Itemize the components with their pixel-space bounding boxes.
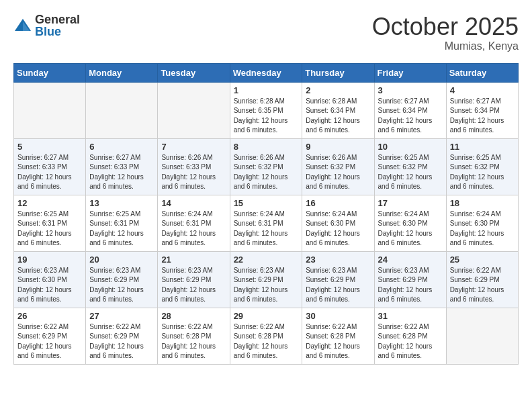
calendar-cell: 13Sunrise: 6:25 AMSunset: 6:31 PMDayligh…: [86, 195, 158, 251]
day-info: Sunrise: 6:24 AMSunset: 6:30 PMDaylight:…: [306, 210, 370, 248]
day-info: Sunrise: 6:26 AMSunset: 6:32 PMDaylight:…: [234, 153, 299, 192]
calendar-cell: 20Sunrise: 6:23 AMSunset: 6:29 PMDayligh…: [86, 251, 158, 308]
day-number: 22: [234, 255, 299, 265]
calendar-cell: 19Sunrise: 6:23 AMSunset: 6:30 PMDayligh…: [14, 251, 86, 308]
calendar-cell: 30Sunrise: 6:22 AMSunset: 6:28 PMDayligh…: [302, 308, 374, 364]
calendar-cell: 25Sunrise: 6:22 AMSunset: 6:29 PMDayligh…: [446, 251, 518, 308]
calendar-cell: 31Sunrise: 6:22 AMSunset: 6:28 PMDayligh…: [374, 308, 446, 364]
day-info: Sunrise: 6:23 AMSunset: 6:29 PMDaylight:…: [378, 266, 443, 305]
day-number: 5: [17, 142, 82, 152]
day-info: Sunrise: 6:23 AMSunset: 6:29 PMDaylight:…: [306, 266, 370, 305]
day-number: 9: [306, 142, 370, 152]
calendar-cell: [14, 82, 86, 138]
day-number: 13: [89, 198, 154, 208]
day-info: Sunrise: 6:23 AMSunset: 6:30 PMDaylight:…: [17, 266, 82, 305]
day-number: 26: [17, 311, 82, 321]
logo: General Blue: [13, 13, 80, 38]
col-header-sunday: Sunday: [14, 63, 86, 82]
calendar-cell: [446, 308, 518, 364]
col-header-monday: Monday: [86, 63, 158, 82]
col-header-thursday: Thursday: [302, 63, 374, 82]
calendar-cell: 1Sunrise: 6:28 AMSunset: 6:35 PMDaylight…: [230, 82, 302, 138]
day-info: Sunrise: 6:23 AMSunset: 6:29 PMDaylight:…: [89, 266, 154, 305]
day-number: 23: [306, 255, 370, 265]
day-number: 1: [234, 85, 299, 95]
col-header-saturday: Saturday: [446, 63, 518, 82]
calendar-cell: 12Sunrise: 6:25 AMSunset: 6:31 PMDayligh…: [14, 195, 86, 251]
day-number: 7: [161, 142, 226, 152]
calendar-cell: 11Sunrise: 6:25 AMSunset: 6:32 PMDayligh…: [446, 138, 518, 195]
calendar-cell: 8Sunrise: 6:26 AMSunset: 6:32 PMDaylight…: [230, 138, 302, 195]
day-number: 25: [450, 255, 515, 265]
day-info: Sunrise: 6:26 AMSunset: 6:32 PMDaylight:…: [306, 153, 370, 192]
calendar-cell: 29Sunrise: 6:22 AMSunset: 6:28 PMDayligh…: [230, 308, 302, 364]
day-info: Sunrise: 6:22 AMSunset: 6:28 PMDaylight:…: [161, 322, 226, 361]
col-header-wednesday: Wednesday: [230, 63, 302, 82]
day-info: Sunrise: 6:22 AMSunset: 6:28 PMDaylight:…: [378, 322, 443, 361]
day-info: Sunrise: 6:25 AMSunset: 6:32 PMDaylight:…: [450, 153, 515, 192]
calendar-cell: 21Sunrise: 6:23 AMSunset: 6:29 PMDayligh…: [158, 251, 230, 308]
day-info: Sunrise: 6:27 AMSunset: 6:34 PMDaylight:…: [450, 97, 515, 136]
day-info: Sunrise: 6:22 AMSunset: 6:28 PMDaylight:…: [234, 322, 299, 361]
calendar-cell: 23Sunrise: 6:23 AMSunset: 6:29 PMDayligh…: [302, 251, 374, 308]
calendar-cell: 16Sunrise: 6:24 AMSunset: 6:30 PMDayligh…: [302, 195, 374, 251]
calendar-cell: 5Sunrise: 6:27 AMSunset: 6:33 PMDaylight…: [14, 138, 86, 195]
day-number: 30: [306, 311, 370, 321]
day-info: Sunrise: 6:22 AMSunset: 6:29 PMDaylight:…: [89, 322, 154, 361]
day-number: 19: [17, 255, 82, 265]
day-number: 4: [450, 85, 515, 95]
calendar-cell: 7Sunrise: 6:26 AMSunset: 6:33 PMDaylight…: [158, 138, 230, 195]
calendar-cell: 15Sunrise: 6:24 AMSunset: 6:31 PMDayligh…: [230, 195, 302, 251]
day-number: 6: [89, 142, 154, 152]
logo-text: General Blue: [35, 13, 80, 38]
day-number: 21: [161, 255, 226, 265]
day-number: 29: [234, 311, 299, 321]
calendar-cell: 22Sunrise: 6:23 AMSunset: 6:29 PMDayligh…: [230, 251, 302, 308]
day-info: Sunrise: 6:23 AMSunset: 6:29 PMDaylight:…: [161, 266, 226, 305]
day-number: 28: [161, 311, 226, 321]
calendar-cell: 17Sunrise: 6:24 AMSunset: 6:30 PMDayligh…: [374, 195, 446, 251]
day-info: Sunrise: 6:22 AMSunset: 6:28 PMDaylight:…: [306, 322, 370, 361]
day-number: 12: [17, 198, 82, 208]
col-header-tuesday: Tuesday: [158, 63, 230, 82]
day-info: Sunrise: 6:27 AMSunset: 6:33 PMDaylight:…: [89, 153, 154, 192]
day-number: 20: [89, 255, 154, 265]
day-info: Sunrise: 6:25 AMSunset: 6:31 PMDaylight:…: [89, 210, 154, 248]
calendar-cell: 9Sunrise: 6:26 AMSunset: 6:32 PMDaylight…: [302, 138, 374, 195]
day-info: Sunrise: 6:28 AMSunset: 6:35 PMDaylight:…: [234, 97, 299, 136]
day-number: 17: [378, 198, 443, 208]
day-number: 27: [89, 311, 154, 321]
calendar-cell: 24Sunrise: 6:23 AMSunset: 6:29 PMDayligh…: [374, 251, 446, 308]
day-info: Sunrise: 6:24 AMSunset: 6:30 PMDaylight:…: [378, 210, 443, 248]
calendar-cell: 28Sunrise: 6:22 AMSunset: 6:28 PMDayligh…: [158, 308, 230, 364]
calendar-cell: 3Sunrise: 6:27 AMSunset: 6:34 PMDaylight…: [374, 82, 446, 138]
title-block: October 2025 Mumias, Kenya: [372, 13, 519, 52]
day-info: Sunrise: 6:22 AMSunset: 6:29 PMDaylight:…: [17, 322, 82, 361]
logo-icon: [13, 16, 32, 35]
calendar-cell: [158, 82, 230, 138]
day-info: Sunrise: 6:24 AMSunset: 6:31 PMDaylight:…: [234, 210, 299, 248]
calendar-cell: 14Sunrise: 6:24 AMSunset: 6:31 PMDayligh…: [158, 195, 230, 251]
day-info: Sunrise: 6:22 AMSunset: 6:29 PMDaylight:…: [450, 266, 515, 305]
day-number: 18: [450, 198, 515, 208]
day-info: Sunrise: 6:28 AMSunset: 6:34 PMDaylight:…: [306, 97, 370, 136]
calendar-cell: 10Sunrise: 6:25 AMSunset: 6:32 PMDayligh…: [374, 138, 446, 195]
calendar-cell: 27Sunrise: 6:22 AMSunset: 6:29 PMDayligh…: [86, 308, 158, 364]
calendar-cell: [86, 82, 158, 138]
calendar-cell: 26Sunrise: 6:22 AMSunset: 6:29 PMDayligh…: [14, 308, 86, 364]
day-number: 10: [378, 142, 443, 152]
calendar-cell: 2Sunrise: 6:28 AMSunset: 6:34 PMDaylight…: [302, 82, 374, 138]
col-header-friday: Friday: [374, 63, 446, 82]
logo-general: General: [35, 13, 80, 26]
logo-blue: Blue: [35, 26, 80, 38]
day-number: 15: [234, 198, 299, 208]
day-info: Sunrise: 6:25 AMSunset: 6:32 PMDaylight:…: [378, 153, 443, 192]
month-title: October 2025: [372, 13, 519, 40]
day-info: Sunrise: 6:23 AMSunset: 6:29 PMDaylight:…: [234, 266, 299, 305]
day-number: 14: [161, 198, 226, 208]
day-info: Sunrise: 6:24 AMSunset: 6:30 PMDaylight:…: [450, 210, 515, 248]
page-header: General Blue October 2025 Mumias, Kenya: [13, 13, 519, 52]
calendar-cell: 4Sunrise: 6:27 AMSunset: 6:34 PMDaylight…: [446, 82, 518, 138]
location: Mumias, Kenya: [372, 40, 519, 52]
calendar-cell: 6Sunrise: 6:27 AMSunset: 6:33 PMDaylight…: [86, 138, 158, 195]
